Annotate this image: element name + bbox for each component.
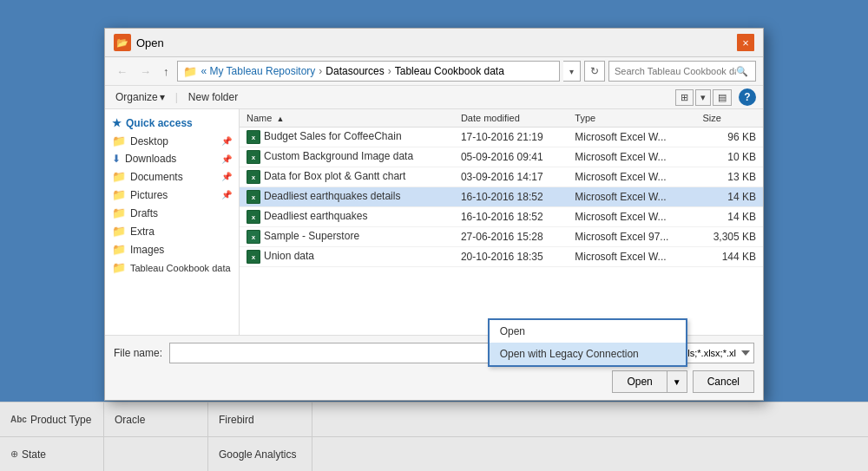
sidebar: ★ Quick access 📁 Desktop 📌 ⬇ Downloads 📌… [105,109,240,335]
file-name-cell: xData for Box plot & Gantt chart [240,167,454,187]
dropdown-open-item[interactable]: Open [490,320,686,343]
file-name-cell: xDeadliest earthquakes details [240,187,454,207]
view-buttons: ⊞ ▾ ▤ [675,89,732,106]
open-button-group: Open ▼ Open Open with Legacy Connection [612,370,687,393]
sidebar-item-drafts[interactable]: 📁 Drafts [105,204,239,222]
file-date-cell: 16-10-2016 18:52 [454,187,568,207]
file-type-cell: Microsoft Excel W... [568,207,695,227]
view-grid-button[interactable]: ⊞ [675,89,694,106]
documents-folder-icon: 📁 [112,170,126,183]
sidebar-item-extra[interactable]: 📁 Extra [105,222,239,240]
extra-folder-icon: 📁 [112,225,126,238]
desktop-folder-icon: 📁 [112,134,126,147]
file-list: Name ▲ Date modified Type Size [240,109,763,335]
toolbar-divider: | [175,91,178,103]
toolbar: Organize ▾ | New folder ⊞ ▾ ▤ ? [105,86,763,109]
new-folder-button[interactable]: New folder [185,89,241,105]
search-box[interactable]: 🔍 [608,61,756,82]
filename-label: File name: [114,347,162,359]
sidebar-quick-access[interactable]: ★ Quick access [105,114,239,132]
sidebar-item-desktop[interactable]: 📁 Desktop 📌 [105,132,239,150]
col-date[interactable]: Date modified [454,109,568,128]
drafts-folder-icon: 📁 [112,206,126,219]
nav-bar: ← → ↑ 📁 « My Tableau Repository › Dataso… [105,57,763,86]
organize-arrow-icon: ▾ [160,91,165,103]
sidebar-item-images[interactable]: 📁 Images [105,240,239,258]
breadcrumb-folder-icon: 📁 [183,65,197,78]
documents-pin-icon: 📌 [221,172,232,181]
file-size-cell: 13 KB [695,167,763,187]
breadcrumb[interactable]: 📁 « My Tableau Repository › Datasources … [177,61,561,82]
excel-icon: x [247,250,260,264]
refresh-button[interactable]: ↻ [584,61,605,82]
breadcrumb-sep-2: › [388,65,391,77]
dialog-titlebar: 📂 Open × [105,29,763,57]
file-type-cell: Microsoft Excel W... [568,147,695,167]
search-input[interactable] [615,66,736,76]
images-folder-icon: 📁 [112,243,126,256]
file-size-cell: 14 KB [695,207,763,227]
file-type-cell: Microsoft Excel W... [568,187,695,207]
cancel-button[interactable]: Cancel [693,370,754,393]
quick-access-star-icon: ★ [112,117,122,129]
dropdown-legacy-item[interactable]: Open with Legacy Connection [490,343,686,365]
file-name-cell: xSample - Superstore [240,227,454,247]
file-type-cell: Microsoft Excel W... [568,167,695,187]
file-date-cell: 16-10-2016 18:52 [454,207,568,227]
main-content: ★ Quick access 📁 Desktop 📌 ⬇ Downloads 📌… [105,109,763,335]
excel-icon: x [247,170,260,184]
desktop-pin-icon: 📌 [221,136,232,146]
downloads-icon: ⬇ [112,153,121,165]
view-dropdown-button[interactable]: ▾ [695,89,711,106]
col-size[interactable]: Size [695,109,763,128]
col-type[interactable]: Type [568,109,695,128]
sidebar-item-downloads[interactable]: ⬇ Downloads 📌 [105,150,239,167]
organize-button[interactable]: Organize ▾ [112,89,168,105]
up-button[interactable]: ↑ [159,62,174,81]
table-row[interactable]: xDeadliest earthquakes 16-10-2016 18:52 … [240,207,763,227]
help-button[interactable]: ? [739,88,756,106]
file-type-cell: Microsoft Excel 97... [568,227,695,247]
breadcrumb-dropdown-button[interactable]: ▾ [563,61,581,82]
excel-icon: x [247,190,260,204]
open-button[interactable]: Open [612,370,666,393]
file-date-cell: 03-09-2016 14:17 [454,167,568,187]
open-dialog: 📂 Open × ← → ↑ 📁 « My Tableau Repository… [104,28,764,401]
file-size-cell: 14 KB [695,187,763,207]
file-type-cell: Microsoft Excel W... [568,128,695,147]
file-name-cell: xUnion data [240,247,454,267]
file-size-cell: 96 KB [695,128,763,147]
table-row[interactable]: xUnion data 20-10-2016 18:35 Microsoft E… [240,247,763,267]
name-sort-arrow: ▲ [276,114,284,123]
open-dropdown-button[interactable]: ▼ [667,370,687,393]
table-row[interactable]: xCustom Background Image data 05-09-2016… [240,147,763,167]
sidebar-item-documents[interactable]: 📁 Documents 📌 [105,167,239,186]
table-row[interactable]: xData for Box plot & Gantt chart 03-09-2… [240,167,763,187]
table-row[interactable]: xDeadliest earthquakes details 16-10-201… [240,187,763,207]
breadcrumb-part-3: Tableau Cookbook data [395,65,504,77]
back-button[interactable]: ← [112,62,132,81]
file-size-cell: 3,305 KB [695,227,763,247]
file-table: Name ▲ Date modified Type Size [240,109,763,267]
table-row[interactable]: xBudget Sales for CoffeeChain 17-10-2016… [240,128,763,147]
file-type-cell: Microsoft Excel W... [568,247,695,267]
breadcrumb-part-1: « My Tableau Repository [201,65,316,77]
search-icon: 🔍 [736,66,748,77]
table-row[interactable]: xSample - Superstore 27-06-2016 15:28 Mi… [240,227,763,247]
tableau-cookbook-folder-icon: 📁 [112,261,126,274]
sidebar-item-tableau-cookbook[interactable]: 📁 Tableau Cookbook data [105,258,239,277]
breadcrumb-part-2: Datasources [326,65,384,77]
sidebar-item-pictures[interactable]: 📁 Pictures 📌 [105,186,239,204]
breadcrumb-sep-1: › [319,65,322,77]
dialog-open-icon: 📂 [114,34,131,51]
dialog-close-button[interactable]: × [737,34,754,51]
excel-icon: x [247,150,260,164]
view-detail-button[interactable]: ▤ [713,89,732,106]
file-name-cell: xCustom Background Image data [240,147,454,167]
pictures-folder-icon: 📁 [112,188,126,201]
forward-button[interactable]: → [135,62,155,81]
col-name[interactable]: Name ▲ [240,109,454,128]
file-date-cell: 17-10-2016 21:19 [454,128,568,147]
action-row: Open ▼ Open Open with Legacy Connection … [114,370,754,393]
dialog-overlay: 📂 Open × ← → ↑ 📁 « My Tableau Repository… [0,19,868,471]
